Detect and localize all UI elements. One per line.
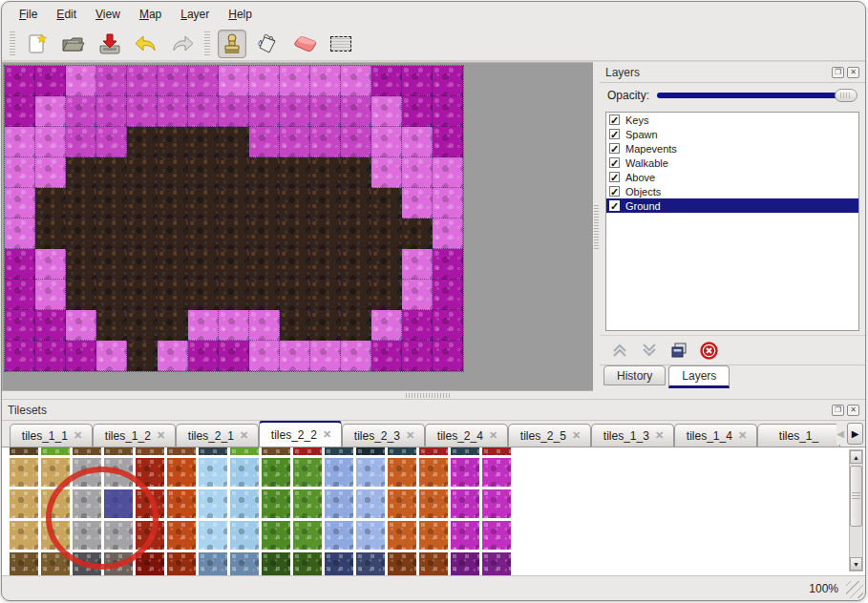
raise-layer-button[interactable] — [609, 340, 630, 361]
layer-row-keys[interactable]: ✓ Keys — [606, 113, 858, 127]
toolbar-grip[interactable] — [10, 31, 15, 56]
tileset-tab[interactable]: tiles_1_2 ✕ — [93, 424, 176, 447]
map-tile[interactable] — [371, 157, 402, 188]
tileset-tile[interactable] — [325, 447, 353, 455]
tileset-tile[interactable] — [262, 458, 290, 487]
tileset-tab[interactable]: tiles_2_3 ✕ — [342, 424, 425, 447]
menu-edit[interactable]: Edit — [47, 5, 86, 24]
map-tile[interactable] — [280, 280, 310, 310]
map-tile[interactable] — [96, 66, 127, 96]
tileset-tile[interactable] — [230, 458, 259, 487]
map-tile[interactable] — [188, 66, 219, 96]
fill-tool-button[interactable] — [254, 30, 283, 58]
map-tile[interactable] — [66, 280, 96, 310]
map-tile[interactable] — [310, 341, 341, 371]
tileset-tile[interactable] — [104, 552, 133, 575]
tileset-tile[interactable] — [167, 447, 196, 455]
float-panel-icon[interactable]: ❐ — [832, 405, 844, 416]
tileset-tile[interactable] — [451, 521, 479, 550]
map-tile[interactable] — [433, 127, 463, 157]
map-tile[interactable] — [96, 127, 127, 157]
map-tile[interactable] — [249, 218, 280, 249]
map-tile[interactable] — [158, 127, 188, 157]
map-tile[interactable] — [371, 188, 402, 218]
close-panel-icon[interactable]: ✕ — [847, 67, 859, 78]
map-tile[interactable] — [310, 218, 341, 249]
menu-view[interactable]: View — [86, 5, 130, 24]
map-tile[interactable] — [5, 310, 35, 341]
map-tile[interactable] — [341, 341, 371, 371]
map-tile[interactable] — [402, 310, 433, 341]
map-tile[interactable] — [249, 96, 280, 127]
tileset-tile[interactable] — [10, 458, 38, 487]
layer-checkbox[interactable]: ✓ — [609, 200, 620, 211]
map-tile[interactable] — [280, 341, 310, 371]
map-tile[interactable] — [35, 96, 66, 127]
opacity-slider-handle[interactable] — [835, 89, 857, 102]
map-tile[interactable] — [341, 249, 371, 280]
scroll-up-icon[interactable]: ▲ — [850, 450, 862, 464]
map-tile[interactable] — [188, 310, 219, 341]
tileset-tile[interactable] — [293, 489, 322, 518]
map-tile[interactable] — [341, 96, 371, 127]
tileset-tile[interactable] — [482, 521, 511, 550]
tileset-tile[interactable] — [419, 521, 448, 550]
layer-row-above[interactable]: ✓ Above — [606, 170, 858, 184]
tileset-tile[interactable] — [104, 521, 133, 550]
tileset-tile[interactable] — [388, 447, 416, 455]
map-tile[interactable] — [96, 280, 127, 310]
map-tile[interactable] — [310, 157, 341, 188]
map-tile[interactable] — [127, 157, 158, 188]
tileset-tile[interactable] — [451, 489, 479, 518]
map-tile[interactable] — [188, 218, 219, 249]
tileset-tile[interactable] — [199, 447, 227, 455]
save-file-button[interactable] — [95, 30, 124, 58]
tileset-tile[interactable] — [136, 552, 164, 575]
map-tile[interactable] — [402, 96, 433, 127]
layer-checkbox[interactable]: ✓ — [609, 114, 620, 125]
map-tile[interactable] — [66, 341, 96, 371]
scroll-down-icon[interactable]: ▼ — [850, 557, 862, 571]
tileset-tile[interactable] — [41, 552, 70, 575]
menu-file[interactable]: File — [10, 5, 47, 24]
map-tile[interactable] — [127, 310, 158, 341]
tileset-tile[interactable] — [419, 489, 448, 518]
tileset-tile[interactable] — [167, 489, 196, 518]
map-tile[interactable] — [219, 188, 249, 218]
horizontal-splitter-handle[interactable] — [406, 393, 450, 398]
tileset-tile[interactable] — [388, 458, 416, 487]
map-tile[interactable] — [402, 127, 433, 157]
tileset-tile[interactable] — [293, 552, 322, 575]
map-tile[interactable] — [433, 249, 463, 280]
tileset-tab[interactable]: tiles_1_3 ✕ — [591, 424, 674, 447]
map-tile[interactable] — [96, 188, 127, 218]
tileset-tile[interactable] — [325, 521, 353, 550]
map-tile[interactable] — [310, 280, 341, 310]
map-tile[interactable] — [219, 310, 249, 341]
map-tile[interactable] — [5, 66, 35, 96]
tileset-tile[interactable] — [262, 447, 290, 455]
map-tile[interactable] — [66, 66, 96, 96]
tileset-tab-active[interactable]: tiles_2_2 ✕ — [259, 421, 342, 447]
map-tile[interactable] — [219, 127, 249, 157]
map-tile[interactable] — [433, 66, 463, 96]
map-tile[interactable] — [280, 127, 310, 157]
map-tile[interactable] — [188, 96, 219, 127]
close-tab-icon[interactable]: ✕ — [323, 428, 329, 441]
tileset-tile[interactable] — [388, 552, 416, 575]
tileset-view[interactable]: ▲ ▼ — [2, 447, 865, 575]
map-tile[interactable] — [5, 341, 35, 371]
tileset-tile[interactable] — [356, 521, 385, 550]
duplicate-layer-button[interactable] — [668, 340, 689, 361]
map-tile[interactable] — [433, 310, 463, 341]
tileset-tile[interactable] — [41, 447, 70, 455]
tileset-tile[interactable] — [262, 489, 290, 518]
close-tab-icon[interactable]: ✕ — [406, 429, 413, 442]
map-tile[interactable] — [249, 310, 280, 341]
map-tile[interactable] — [188, 249, 219, 280]
close-tab-icon[interactable]: ✕ — [489, 429, 496, 442]
tileset-tile[interactable] — [10, 447, 38, 455]
map-tile[interactable] — [341, 127, 371, 157]
map-tile[interactable] — [188, 127, 219, 157]
menu-help[interactable]: Help — [219, 5, 262, 24]
